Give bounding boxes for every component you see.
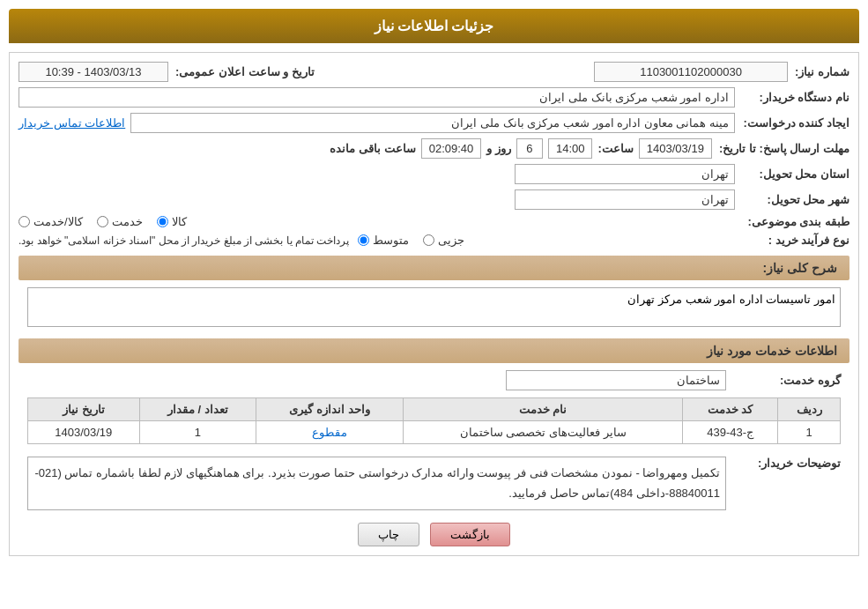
button-row: بازگشت چاپ [19,523,849,546]
ostan-row: استان محل تحویل: تهران [19,164,849,184]
sharh-section-label: شرح کلی نیاز: [763,261,837,275]
tabaghe-khadamat-label: خدمت [112,215,143,228]
ijad-konande-link[interactable]: اطلاعات تماس خریدار [19,116,125,130]
tabaghe-kalakhadamat-label: کالا/خدمت [33,215,83,228]
tabaghe-kala-item[interactable]: کالا [157,215,187,228]
service-section-label: اطلاعات خدمات مورد نیاز [707,344,837,358]
mohlat-date: 1403/03/19 [639,138,712,159]
tabaghe-kala-radio[interactable] [157,216,168,227]
shomare-niaz-label: شماره نیاز: [795,65,849,78]
back-button[interactable]: بازگشت [430,523,510,546]
shomare-niaz-row: شماره نیاز: 1103001102000030 تاریخ و ساع… [19,62,849,82]
noe-farayand-radio-group: جزیی متوسط [358,234,735,247]
grohe-khadamat-label: گروه خدمت: [726,374,841,387]
nam-dastgah-value: اداره امور شعب مرکزی بانک ملی ایران [19,87,735,108]
ealan-label: تاریخ و ساعت اعلان عمومی: [175,65,315,78]
mohlat-baghimande: 02:09:40 [421,138,482,159]
tawzih-label: توضیحات خریدار: [726,453,841,470]
ijad-konande-value: مینه همانی معاون اداره امور شعب مرکزی با… [130,113,735,133]
mohlat-row: مهلت ارسال پاسخ: تا تاریخ: 1403/03/19 سا… [19,138,849,159]
tabaghe-label: طبقه بندی موضوعی: [735,215,849,228]
ostan-label: استان محل تحویل: [735,167,849,181]
tabaghe-khadamat-radio[interactable] [97,216,108,227]
table-cell: ج-43-439 [683,421,778,444]
col-radif: ردیف [778,398,841,421]
col-tedad: تعداد / مقدار [139,398,256,421]
table-cell: 1 [778,421,841,444]
sharh-content [19,287,849,330]
tawzih-value: تکمیل ومهرواضا - نمودن مشخصات فنی فر پیو… [27,457,726,510]
noe-jozyi-item[interactable]: جزیی [423,234,464,247]
ealan-value: 1403/03/13 - 10:39 [19,62,168,82]
noe-motovasset-radio[interactable] [358,234,369,246]
nam-dastgah-row: نام دستگاه خریدار: اداره امور شعب مرکزی … [19,87,849,108]
table-cell: مقطوع [256,421,403,444]
mohlat-rooz: 6 [516,138,543,159]
col-tarikh: تاریخ نیاز [28,398,140,421]
noe-motovasset-item[interactable]: متوسط [358,234,409,247]
tabaghe-kalakhadamat-radio[interactable] [19,216,30,227]
ijad-konande-label: ایجاد کننده درخواست: [735,116,849,130]
col-name: نام خدمت [403,398,682,421]
shahr-row: شهر محل تحویل: تهران [19,189,849,210]
shomare-niaz-value: 1103001102000030 [594,62,788,82]
tabaghe-kala-label: کالا [172,215,187,228]
tabaghe-kalakhadamat-item[interactable]: کالا/خدمت [19,215,83,228]
mohlat-saat-label: ساعت: [597,142,633,155]
noe-farayand-row: نوع فرآیند خرید : جزیی متوسط پرداخت تمام… [19,234,849,247]
shahr-label: شهر محل تحویل: [735,193,849,206]
print-button[interactable]: چاپ [358,523,419,546]
noe-jozyi-label: جزیی [438,234,464,247]
table-cell: 1403/03/19 [28,421,140,444]
sharh-section-header: شرح کلی نیاز: [19,256,849,280]
shahr-value: تهران [515,189,735,210]
sharh-textarea[interactable] [27,287,841,327]
table-cell: 1 [139,421,256,444]
table-row: 1ج-43-439سایر فعالیت‌های تخصصی ساختمانمق… [28,421,841,444]
tawzih-row: توضیحات خریدار: تکمیل ومهرواضا - نمودن م… [19,453,849,510]
ostan-value: تهران [515,164,735,184]
mohlat-label: مهلت ارسال پاسخ: تا تاریخ: [712,142,849,155]
grohe-khadamat-value: ساختمان [506,370,726,390]
mohlat-rooz-label: روز و [486,142,511,155]
noe-motovasset-label: متوسط [373,234,409,247]
service-table-wrapper: ردیف کد خدمت نام خدمت واحد اندازه گیری ت… [19,397,849,444]
main-content: شماره نیاز: 1103001102000030 تاریخ و ساع… [9,52,859,556]
service-table: ردیف کد خدمت نام خدمت واحد اندازه گیری ت… [27,397,841,444]
mohlat-saat: 14:00 [548,138,593,159]
tabaghe-khadamat-item[interactable]: خدمت [97,215,143,228]
noe-farayand-label: نوع فرآیند خرید : [735,234,849,247]
service-section-header: اطلاعات خدمات مورد نیاز [19,338,849,363]
noe-farayand-note: پرداخت تمام یا بخشی از مبلغ خریدار از مح… [19,234,349,247]
ijad-konande-row: ایجاد کننده درخواست: مینه همانی معاون اد… [19,113,849,133]
nam-dastgah-label: نام دستگاه خریدار: [735,91,849,104]
page-title: جزئیات اطلاعات نیاز [375,19,494,33]
col-vahed: واحد اندازه گیری [256,398,403,421]
grohe-khadamat-row: گروه خدمت: ساختمان [19,370,849,390]
noe-jozyi-radio[interactable] [423,234,434,246]
tabaghe-radio-group: کالا خدمت کالا/خدمت [19,215,735,228]
col-kod: کد خدمت [683,398,778,421]
page-header: جزئیات اطلاعات نیاز [9,9,859,43]
mohlat-baghimande-label: ساعت باقی مانده [330,142,415,155]
table-cell: سایر فعالیت‌های تخصصی ساختمان [403,421,682,444]
tabaghe-row: طبقه بندی موضوعی: کالا خدمت کالا/خدمت [19,215,849,228]
